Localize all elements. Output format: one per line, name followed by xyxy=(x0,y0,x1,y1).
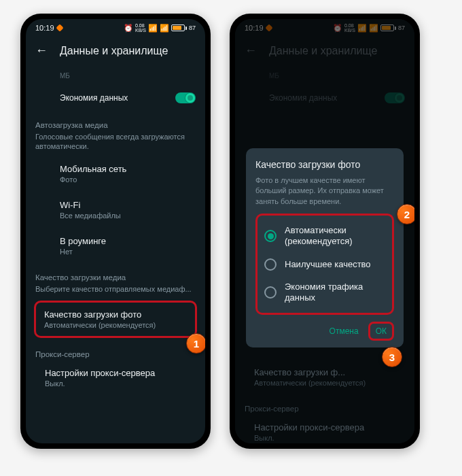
phone-left: 10:19 ⏰ 0.08KB/S 📶 📶 87 ← Данные и храни… xyxy=(20,14,211,449)
auto-media-section-desc: Голосовые сообщения всегда загружаются а… xyxy=(26,131,205,156)
dialog-description: Фото в лучшем качестве имеют больший раз… xyxy=(255,175,394,207)
data-saver-toggle[interactable] xyxy=(175,92,196,103)
background-rows: Качество загрузки ф... Автоматически (ре… xyxy=(235,359,414,443)
upload-quality-section-desc: Выберите качество отправляемых медиаф... xyxy=(26,283,205,298)
photo-quality-row[interactable]: Качество загрузки фото Автоматически (ре… xyxy=(34,301,197,338)
back-arrow-icon[interactable]: ← xyxy=(35,44,48,58)
proxy-settings-row[interactable]: Настройки прокси-сервера Выкл. xyxy=(26,360,205,396)
screen-left: 10:19 ⏰ 0.08KB/S 📶 📶 87 ← Данные и храни… xyxy=(26,19,205,443)
status-bar: 10:19 ⏰ 0.08KB/S 📶 📶 87 xyxy=(26,19,205,37)
data-saver-row[interactable]: Экономия данных xyxy=(26,84,205,112)
radio-icon xyxy=(264,258,277,271)
callout-badge-3: 3 xyxy=(382,347,402,367)
battery-icon: 87 xyxy=(171,24,196,31)
data-saver-label: Экономия данных xyxy=(60,93,128,103)
ok-button-highlight: ОК xyxy=(368,322,394,341)
proxy-section-title-bg: Прокси-сервер xyxy=(235,395,414,414)
callout-badge-1: 1 xyxy=(186,333,205,354)
upload-quality-section-title: Качество загрузки медиа xyxy=(26,264,205,283)
option-best[interactable]: Наилучшее качество xyxy=(260,253,389,276)
proxy-section-title: Прокси-сервер xyxy=(26,341,205,360)
callout-badge-2: 2 xyxy=(397,204,414,224)
signal-icon-2: 📶 xyxy=(160,24,169,33)
ok-button[interactable]: ОК xyxy=(376,326,387,336)
photo-quality-row-bg: Качество загрузки ф... xyxy=(254,367,405,377)
roaming-row[interactable]: В роуминге Нет xyxy=(26,228,205,264)
signal-icon: 📶 xyxy=(148,24,158,33)
dialog-title: Качество загрузки фото xyxy=(255,159,394,170)
truncated-prev-row: МБ xyxy=(26,67,205,84)
screen-right: 10:19 ⏰ 0.08KB/S 📶 📶 87 ← Данные и храни… xyxy=(235,19,414,443)
radio-icon-selected xyxy=(264,230,277,242)
dialog-actions: Отмена ОК xyxy=(255,322,394,341)
status-time: 10:19 xyxy=(35,24,54,32)
notification-icon xyxy=(56,24,63,31)
app-header: ← Данные и хранилище xyxy=(26,37,205,67)
phone-right: 10:19 ⏰ 0.08KB/S 📶 📶 87 ← Данные и храни… xyxy=(230,14,420,449)
wifi-row[interactable]: Wi-Fi Все медиафайлы xyxy=(26,192,205,228)
cancel-button[interactable]: Отмена xyxy=(324,322,364,340)
option-auto[interactable]: Автоматически (рекомендуется) xyxy=(260,220,389,253)
mobile-data-row[interactable]: Мобильная сеть Фото xyxy=(26,156,205,192)
photo-quality-dialog: Качество загрузки фото Фото в лучшем кач… xyxy=(246,148,404,347)
page-title: Данные и хранилище xyxy=(60,45,168,57)
auto-media-section-title: Автозагрузка медиа xyxy=(26,112,205,131)
option-datasaver[interactable]: Экономия трафика данных xyxy=(260,276,389,309)
radio-icon xyxy=(264,286,277,299)
data-rate: 0.08KB/S xyxy=(135,23,146,33)
dialog-options-highlight: Автоматически (рекомендуется) Наилучшее … xyxy=(255,214,394,315)
alarm-icon: ⏰ xyxy=(124,24,133,33)
